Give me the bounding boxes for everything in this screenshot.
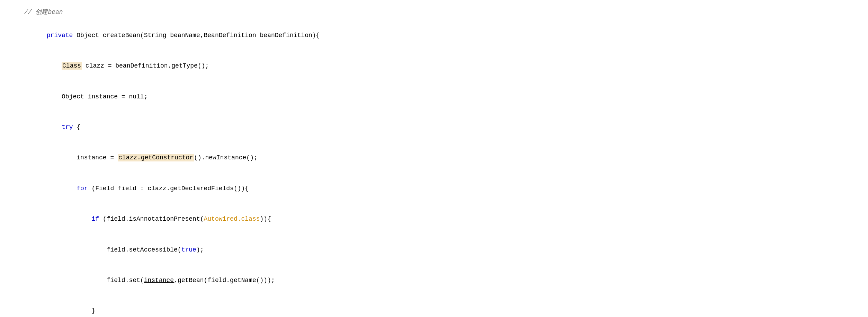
code-line-for: for (Field field : clazz.getDeclaredFiel…: [7, 173, 858, 204]
set-accessible-text: field.setAccessible(true);: [24, 235, 858, 265]
code-container: // 创建bean private Object createBean(Stri…: [0, 0, 868, 317]
for-text: for (Field field : clazz.getDeclaredFiel…: [24, 174, 858, 203]
if-annotation-text: if (field.isAnnotationPresent(Autowired.…: [24, 204, 858, 234]
code-line-class: Class clazz = beanDefinition.getType();: [7, 51, 858, 81]
code-line-close-if: }: [7, 296, 858, 317]
code-line-comment: // 创建bean: [7, 7, 858, 20]
code-line-method-sig: private Object createBean(String beanNam…: [7, 20, 858, 51]
code-line-try: try {: [7, 112, 858, 142]
instance-null-text: Object instance = null;: [24, 82, 858, 112]
instance-assign-text: instance = clazz.getConstructor().newIns…: [24, 143, 858, 173]
field-set-text: field.set(instance,getBean(field.getName…: [24, 265, 858, 295]
code-line-instance-assign: instance = clazz.getConstructor().newIns…: [7, 143, 858, 173]
close-if-text: }: [24, 296, 858, 317]
code-line-if-annotation: if (field.isAnnotationPresent(Autowired.…: [7, 204, 858, 234]
method-sig-text: private Object createBean(String beanNam…: [24, 20, 858, 50]
comment-text: // 创建bean: [24, 7, 858, 17]
code-line-instance-null: Object instance = null;: [7, 81, 858, 112]
code-line-set-accessible: field.setAccessible(true);: [7, 235, 858, 265]
class-line-text: Class clazz = beanDefinition.getType();: [24, 51, 858, 81]
code-line-field-set: field.set(instance,getBean(field.getName…: [7, 265, 858, 296]
try-text: try {: [24, 112, 858, 142]
